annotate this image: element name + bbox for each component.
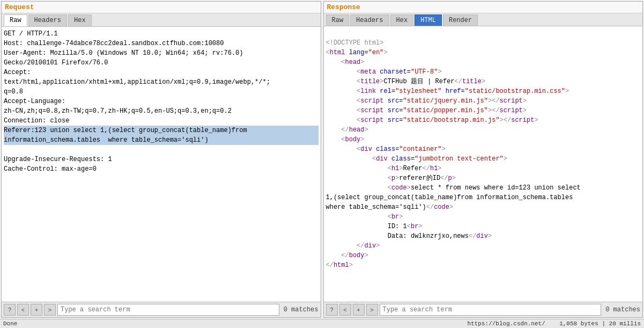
response-tab-raw[interactable]: Raw (326, 14, 350, 26)
request-raw-content: GET / HTTP/1.1 Host: challenge-74dabce78… (4, 29, 319, 174)
status-size: 1,058 bytes | 20 millis (559, 320, 641, 327)
request-match-count: 0 matches (281, 306, 319, 314)
response-search-input[interactable] (380, 304, 602, 316)
response-panel: Response Raw Headers Hex HTML Render <!D… (323, 1, 643, 318)
response-tab-headers[interactable]: Headers (350, 14, 389, 26)
status-bar: Done https://blog.csdn.net/ 1,058 bytes … (0, 319, 644, 328)
response-tab-html[interactable]: HTML (414, 14, 442, 26)
request-prev-button[interactable]: < (17, 304, 29, 316)
response-tab-render[interactable]: Render (443, 14, 478, 26)
response-html-content: <!DOCTYPE html> <html lang="en"> <head> … (326, 28, 641, 280)
request-search-bar: ? < + > 0 matches (2, 302, 321, 317)
response-add-button[interactable]: + (353, 304, 365, 316)
response-tab-bar: Raw Headers Hex HTML Render (324, 13, 643, 26)
status-info: https://blog.csdn.net/ 1,058 bytes | 20 … (468, 320, 641, 327)
response-match-count: 0 matches (603, 306, 640, 314)
request-tab-raw[interactable]: Raw (4, 14, 27, 26)
request-help-button[interactable]: ? (4, 304, 16, 316)
status-done: Done (3, 320, 17, 327)
request-add-button[interactable]: + (31, 304, 42, 316)
response-title: Response (324, 2, 643, 13)
response-tab-hex[interactable]: Hex (390, 14, 414, 26)
request-title: Request (2, 2, 321, 13)
request-tab-bar: Raw Headers Hex (2, 13, 321, 27)
response-content-area: <!DOCTYPE html> <html lang="en"> <head> … (324, 26, 643, 302)
response-search-bar: ? < + > 0 matches (324, 302, 643, 317)
request-tab-headers[interactable]: Headers (28, 14, 67, 26)
response-help-button[interactable]: ? (326, 304, 338, 316)
response-prev-button[interactable]: < (339, 304, 351, 316)
request-panel: Request Raw Headers Hex GET / HTTP/1.1 H… (1, 1, 321, 318)
request-search-input[interactable] (57, 304, 279, 316)
request-tab-hex[interactable]: Hex (68, 14, 92, 26)
request-next-button[interactable]: > (44, 304, 56, 316)
response-next-button[interactable]: > (366, 304, 378, 316)
request-content-area: GET / HTTP/1.1 Host: challenge-74dabce78… (2, 27, 321, 302)
status-url: https://blog.csdn.net/ (468, 320, 545, 327)
